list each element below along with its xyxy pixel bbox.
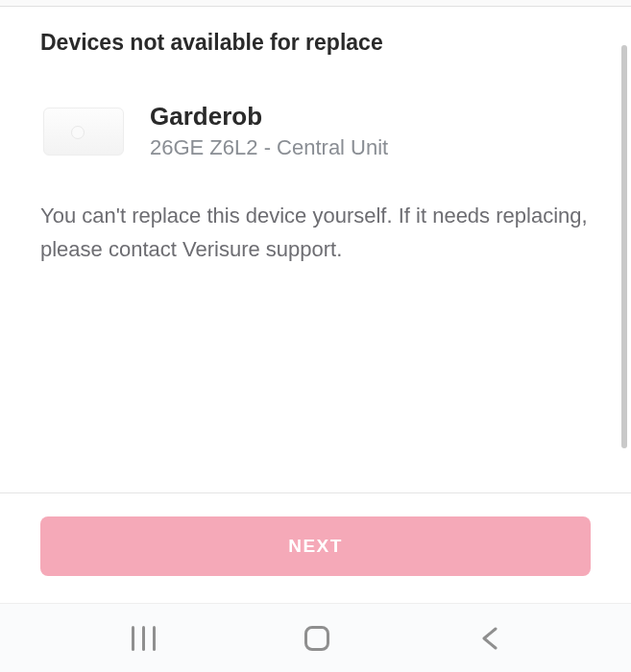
device-type: Central Unit [277, 135, 388, 159]
device-image [40, 103, 127, 160]
nav-back-button[interactable] [478, 625, 499, 652]
device-name: Garderob [150, 102, 388, 132]
next-button[interactable]: NEXT [40, 516, 591, 576]
scrollbar[interactable] [621, 45, 627, 448]
page-title: Devices not available for replace [40, 30, 591, 56]
info-message: You can't replace this device yourself. … [40, 199, 591, 266]
device-serial: 26GE Z6L2 [150, 135, 258, 159]
main-panel: Devices not available for replace Garder… [0, 6, 631, 603]
nav-recents-button[interactable] [132, 626, 156, 651]
device-row: Garderob 26GE Z6L2 - Central Unit [40, 102, 591, 160]
device-info: Garderob 26GE Z6L2 - Central Unit [150, 102, 388, 160]
device-detail: 26GE Z6L2 - Central Unit [150, 135, 388, 160]
content-area: Devices not available for replace Garder… [0, 7, 631, 492]
button-section: NEXT [0, 492, 631, 603]
nav-home-button[interactable] [304, 626, 329, 651]
system-nav-bar [0, 603, 631, 672]
central-unit-icon [43, 108, 124, 156]
